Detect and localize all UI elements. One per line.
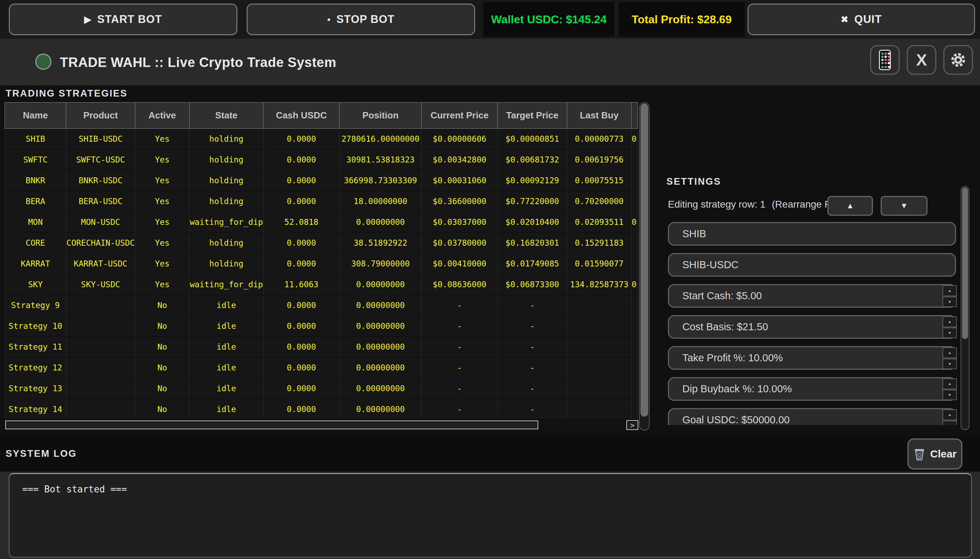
phone-icon [879,50,891,70]
cell-active: No [135,399,190,420]
col-header-product[interactable]: Product [66,103,135,129]
cell-cash: 0.0000 [264,170,340,191]
table-row[interactable]: Strategy 10Noidle0.00000.00000000-- [5,316,638,337]
table-vertical-scrollbar[interactable] [639,102,650,431]
scroll-right-button[interactable]: > [626,420,638,430]
x-social-button[interactable]: X [907,45,936,75]
cell-sliver [632,191,638,212]
table-row[interactable]: KARRATKARRAT-USDCYesholding0.0000308.790… [5,253,638,274]
quit-button[interactable]: ✖ QUIT [747,3,975,35]
settings-field-input[interactable]: Take Profit %: 10.00%▲▼ [668,346,956,370]
cell-target: - [498,316,567,337]
spin-down-button[interactable]: ▼ [943,359,957,369]
table-row[interactable]: Strategy 11Noidle0.00000.00000000-- [5,337,638,357]
cell-name: MON [5,212,66,233]
cell-active: Yes [135,233,190,253]
start-bot-label: START BOT [97,13,162,26]
table-row[interactable]: Strategy 9Noidle0.00000.00000000-- [5,295,638,316]
col-header-cash[interactable]: Cash USDC [264,103,340,129]
editing-strategy-row-text: Editing strategy row: 1 [668,199,766,210]
cell-last-buy: 0.01590077 [567,253,632,274]
cell-sliver: 0 [632,212,638,233]
table-row[interactable]: SHIBSHIB-USDCYesholding0.00002780616.000… [5,129,638,149]
cell-name: SKY [5,274,66,295]
col-header-last-buy[interactable]: Last Buy [567,103,632,129]
cell-cash: 0.0000 [264,316,340,337]
table-row[interactable]: CORECORECHAIN-USDCYesholding0.000038.518… [5,233,638,253]
cell-state: idle [190,399,264,420]
spin-up-button[interactable]: ▲ [943,316,957,327]
up-arrow-icon: ▲ [846,201,854,210]
cell-sliver [632,399,638,420]
cell-active: No [135,337,190,357]
spin-down-button[interactable]: ▼ [943,297,957,308]
cell-current: - [422,357,498,378]
spin-up-button[interactable]: ▲ [943,379,957,389]
cell-position: 0.00000000 [340,357,422,378]
table-row[interactable]: BERABERA-USDCYesholding0.000018.00000000… [5,191,638,212]
table-row[interactable]: Strategy 13Noidle0.00000.00000000-- [5,378,638,399]
spin-down-button[interactable]: ▼ [943,421,957,425]
cell-target: $0.06873300 [498,274,567,295]
settings-scrollbar-thumb[interactable] [962,187,968,339]
col-header-target-price[interactable]: Target Price [498,103,567,129]
cell-target: $0.00000851 [498,129,567,149]
table-row[interactable]: SKYSKY-USDCYeswaiting_for_dip11.60630.00… [5,274,638,295]
cell-product [66,337,135,357]
settings-scrollbar[interactable] [961,186,969,430]
cell-active: Yes [135,129,190,149]
move-row-down-button[interactable]: ▼ [881,196,927,216]
settings-field-input[interactable]: Goal USDC: $50000.00▲▼ [668,408,956,425]
cell-name: Strategy 12 [5,357,66,378]
cell-state: holding [190,233,264,253]
spin-up-button[interactable]: ▲ [943,347,957,358]
spin-up-button[interactable]: ▲ [943,410,957,420]
settings-field-value: Take Profit %: 10.00% [682,352,783,364]
table-row[interactable]: SWFTCSWFTC-USDCYesholding0.000030981.538… [5,149,638,170]
table-row[interactable]: Strategy 14Noidle0.00000.00000000-- [5,399,638,420]
col-header-state[interactable]: State [190,103,264,129]
cell-current: - [422,378,498,399]
cell-state: holding [190,191,264,212]
cell-sliver: 0 [632,129,638,149]
cell-target: $0.00092129 [498,170,567,191]
table-horizontal-scrollbar[interactable] [5,420,626,430]
spin-up-button[interactable]: ▲ [943,286,957,296]
spin-down-button[interactable]: ▼ [943,328,957,338]
settings-field-input[interactable]: SHIB-USDC [668,253,956,277]
cell-current: $0.03780000 [422,233,498,253]
cell-position: 308.79000000 [340,253,422,274]
settings-field-input[interactable]: Cost Basis: $21.50▲▼ [668,315,956,339]
settings-field-input[interactable]: SHIB [668,222,956,246]
cell-last-buy [567,316,632,337]
cell-state: idle [190,337,264,357]
cell-current: $0.00410000 [422,253,498,274]
cell-active: No [135,295,190,316]
col-header-current-price[interactable]: Current Price [422,103,498,129]
col-header-position[interactable]: Position [340,103,422,129]
settings-field-value: Goal USDC: $50000.00 [682,414,790,425]
cell-target: $0.77220000 [498,191,567,212]
stop-bot-button[interactable]: ▪ STOP BOT [247,3,475,35]
cell-last-buy: 0.02093511 [567,212,632,233]
cell-name: BNKR [5,170,66,191]
cell-name: Strategy 13 [5,378,66,399]
settings-field-input[interactable]: Start Cash: $5.00▲▼ [668,284,956,308]
table-vertical-scrollbar-thumb[interactable] [640,104,648,417]
table-row[interactable]: BNKRBNKR-USDCYesholding0.0000366998.7330… [5,170,638,191]
col-header-name[interactable]: Name [5,103,66,129]
table-row[interactable]: MONMON-USDCYeswaiting_for_dip52.08180.00… [5,212,638,233]
settings-field-input[interactable]: Dip Buyback %: 10.00%▲▼ [668,377,956,401]
cell-product [66,316,135,337]
col-header-active[interactable]: Active [135,103,190,129]
cell-current: - [422,295,498,316]
move-row-up-button[interactable]: ▲ [827,196,873,216]
start-bot-button[interactable]: ▶ START BOT [9,3,238,35]
table-row[interactable]: Strategy 12Noidle0.00000.00000000-- [5,357,638,378]
mobile-app-button[interactable] [870,45,900,75]
cell-target: - [498,337,567,357]
settings-button[interactable] [944,45,973,75]
spin-down-button[interactable]: ▼ [943,390,957,400]
clear-log-button[interactable]: Clear [907,438,962,470]
table-horizontal-scrollbar-thumb[interactable] [5,420,538,429]
